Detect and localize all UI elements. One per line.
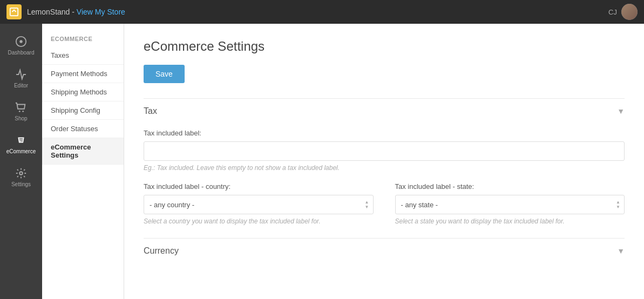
state-hint: Select a state you want to display the t… <box>395 218 625 225</box>
svg-point-4 <box>22 111 24 112</box>
tax-section-title: Tax <box>144 106 157 116</box>
svg-point-3 <box>19 111 21 112</box>
tax-included-label-input[interactable] <box>144 141 625 161</box>
tax-section: Tax ▼ Tax included label: Eg.: Tax inclu… <box>144 98 625 238</box>
sub-sidebar-title: eCommerce <box>42 32 124 46</box>
country-hint: Select a country you want to display the… <box>144 218 374 225</box>
currency-section: Currency ▼ <box>144 238 625 263</box>
svg-point-2 <box>19 40 23 43</box>
country-select[interactable]: - any country - <box>144 195 374 214</box>
sub-nav-order-statuses[interactable]: Order Statuses <box>42 120 124 138</box>
svg-point-5 <box>19 172 23 175</box>
currency-chevron-icon: ▼ <box>617 247 625 255</box>
save-button[interactable]: Save <box>144 65 185 83</box>
tax-section-header[interactable]: Tax ▼ <box>144 99 625 124</box>
state-select-wrapper: - any state - ▲ ▼ <box>395 195 625 214</box>
tax-included-hint: Eg.: Tax included. Leave this empty to n… <box>144 164 625 172</box>
currency-section-title: Currency <box>144 246 179 256</box>
app-logo <box>6 4 22 19</box>
tax-chevron-icon: ▼ <box>617 107 625 115</box>
sub-nav-taxes[interactable]: Taxes <box>42 46 124 65</box>
state-label-text: Tax included label - state: <box>395 182 625 191</box>
country-select-wrapper: - any country - ▲ ▼ <box>144 195 374 214</box>
state-select[interactable]: - any state - <box>395 195 625 214</box>
tax-included-label-text: Tax included label: <box>144 129 625 137</box>
tax-section-body: Tax included label: Eg.: Tax included. L… <box>144 124 625 238</box>
sub-nav-shipping-config[interactable]: Shipping Config <box>42 101 124 120</box>
topbar-title: LemonStand - View My Store <box>27 8 125 16</box>
view-store-link[interactable]: View My Store <box>77 8 125 16</box>
user-avatar <box>621 4 638 20</box>
currency-section-header[interactable]: Currency ▼ <box>144 239 625 263</box>
sub-nav-payment-methods[interactable]: Payment Methods <box>42 65 124 83</box>
user-initials: CJ <box>608 8 617 16</box>
page-title: eCommerce Settings <box>144 39 625 54</box>
sidebar-item-dashboard[interactable]: Dashboard <box>0 29 42 62</box>
sub-nav-shipping-methods[interactable]: Shipping Methods <box>42 83 124 101</box>
sidebar-item-shop[interactable]: Shop <box>0 95 42 128</box>
country-label-text: Tax included label - country: <box>144 182 374 191</box>
sidebar-item-settings[interactable]: Settings <box>0 161 42 194</box>
svg-rect-0 <box>10 8 18 16</box>
sub-nav-ecommerce-settings[interactable]: eCommerce Settings <box>42 138 124 165</box>
sidebar-item-editor[interactable]: Editor <box>0 62 42 95</box>
sidebar-item-ecommerce[interactable]: eCommerce <box>0 128 42 161</box>
